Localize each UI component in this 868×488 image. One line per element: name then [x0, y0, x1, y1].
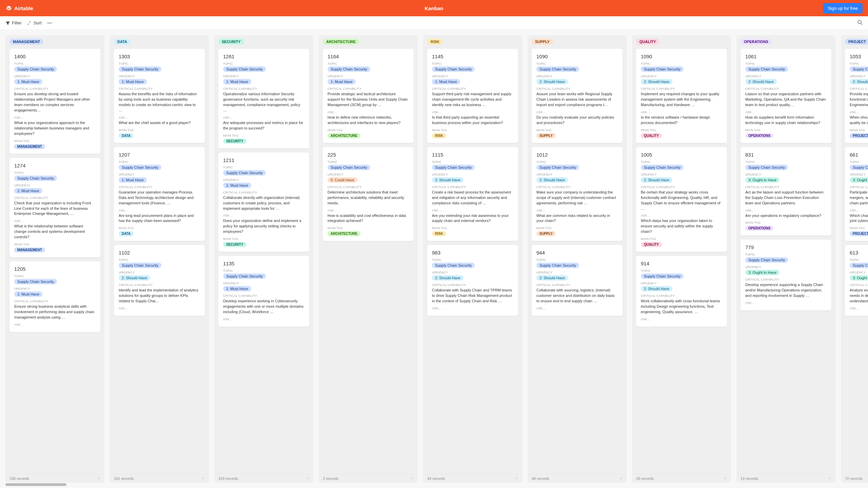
- column-body[interactable]: 1090TOPICSupply Chain SecurityURGENCY2: …: [528, 45, 627, 474]
- field-label-ask: ASK…: [432, 209, 513, 212]
- topic-pill: Supply Chain Security: [223, 66, 266, 72]
- field-label-capability: CRITICAL CAPABILITY: [850, 185, 868, 189]
- expand-icon[interactable]: ⤢: [97, 476, 100, 481]
- column-body[interactable]: 1400TOPICSupply Chain SecurityURGENCY1: …: [5, 45, 104, 474]
- logo-text: Airtable: [14, 5, 33, 11]
- ask-text: How is scalability and cost effectivenes…: [328, 213, 409, 224]
- field-label-ask: ASK…: [745, 110, 827, 114]
- field-label-topic: TOPIC: [14, 274, 96, 278]
- kanban-card[interactable]: 914TOPICSupply Chain SecurityURGENCY2: S…: [636, 256, 727, 327]
- card-title: 1400: [14, 54, 96, 59]
- column-tag: OPERATIONS: [741, 39, 772, 45]
- column-header: PROJECT: [841, 35, 868, 45]
- capability-text: Check that your organization is includin…: [14, 201, 96, 217]
- column-operations: OPERATIONS1061TOPICSupply Chain Security…: [736, 35, 835, 483]
- field-label-capability: CRITICAL CAPABILITY: [641, 185, 722, 189]
- field-label-urgency: URGENCY: [745, 173, 827, 176]
- record-count: 2 records: [323, 476, 338, 481]
- capability-text: Collaborate with Supply Chain and TPRM t…: [432, 288, 513, 304]
- card-title: 1205: [14, 266, 96, 272]
- expand-icon[interactable]: ⤢: [828, 476, 831, 481]
- card-title: 1135: [223, 261, 304, 266]
- kanban-card[interactable]: 1145TOPICSupply Chain SecurityURGENCY1: …: [427, 49, 518, 143]
- sort-button[interactable]: Sort: [27, 20, 42, 25]
- capability-text: Collaborate directly with organization (…: [223, 195, 304, 211]
- ask-text: Which steps has your organization taken …: [641, 218, 722, 235]
- urgency-pill: 1: Must Have: [119, 177, 147, 183]
- kanban-card[interactable]: 831TOPICSupply Chain SecurityURGENCY3: O…: [741, 147, 831, 236]
- kanban-card[interactable]: 1005TOPICSupply Chain SecurityURGENCY2: …: [636, 147, 727, 252]
- expand-icon[interactable]: ⤢: [724, 476, 727, 481]
- kanban-board[interactable]: MANAGEMENT1400TOPICSupply Chain Security…: [0, 30, 868, 488]
- capability-text: Provide strategic and tactical architect…: [328, 92, 409, 108]
- search-button[interactable]: [857, 20, 863, 26]
- urgency-pill: 1: Must Have: [119, 79, 147, 84]
- capability-text: Create a risk based process for the asse…: [432, 190, 513, 206]
- field-label-capability: CRITICAL CAPABILITY: [119, 87, 200, 90]
- filter-button[interactable]: Filter: [5, 20, 22, 25]
- kanban-card[interactable]: 1061TOPICSupply Chain SecurityURGENCY2: …: [741, 49, 831, 143]
- main-tag-pill: SECURITY: [223, 242, 246, 247]
- column-body[interactable]: 1090TOPICSupply Chain SecurityURGENCY2: …: [632, 45, 731, 474]
- horizontal-scrollbar-thumb[interactable]: [5, 483, 66, 486]
- more-button[interactable]: [47, 21, 52, 25]
- kanban-card[interactable]: 1274TOPICSupply Chain SecurityURGENCY1: …: [9, 158, 100, 258]
- kanban-card[interactable]: 1090TOPICSupply Chain SecurityURGENCY2: …: [532, 49, 623, 143]
- field-label-topic: TOPIC: [432, 62, 513, 65]
- kanban-card[interactable]: 1012TOPICSupply Chain SecurityURGENCY2: …: [532, 147, 623, 241]
- kanban-card[interactable]: 1115TOPICSupply Chain SecurityURGENCY2: …: [427, 147, 518, 241]
- expand-icon[interactable]: ⤢: [515, 476, 518, 481]
- ask-text: What are the chief assets of a good play…: [119, 120, 200, 126]
- urgency-pill: 1: Must Have: [14, 291, 42, 297]
- field-label-urgency: URGENCY: [850, 173, 868, 176]
- expand-icon[interactable]: ⤢: [411, 476, 414, 481]
- kanban-card[interactable]: 1053TOPICSupply Chain SecurityURGENCY2: …: [845, 49, 868, 143]
- field-label-topic: TOPIC: [14, 171, 96, 175]
- svg-point-3: [858, 20, 861, 24]
- kanban-card[interactable]: 1164TOPICSupply Chain SecurityURGENCY1: …: [323, 49, 414, 143]
- urgency-pill: 2: Should Have: [536, 79, 568, 84]
- expand-icon[interactable]: ⤢: [619, 476, 623, 481]
- field-label-maintag: MAIN TAG: [14, 243, 96, 246]
- kanban-card[interactable]: 1102TOPICSupply Chain SecurityURGENCY2: …: [114, 245, 205, 316]
- kanban-card[interactable]: 661TOPICSupply Chain SecurityURGENCY3: O…: [845, 147, 868, 241]
- column-architecture: ARCHITECTURE1164TOPICSupply Chain Securi…: [319, 35, 418, 483]
- kanban-card[interactable]: 1400TOPICSupply Chain SecurityURGENCY1: …: [9, 49, 100, 154]
- column-body[interactable]: 1061TOPICSupply Chain SecurityURGENCY2: …: [736, 45, 835, 474]
- kanban-card[interactable]: 1303TOPICSupply Chain SecurityURGENCY1: …: [114, 49, 205, 143]
- field-label-topic: TOPIC: [745, 253, 827, 256]
- kanban-card[interactable]: 1261TOPICSupply Chain SecurityURGENCY1: …: [218, 49, 309, 148]
- kanban-card[interactable]: 1090TOPICSupply Chain SecurityURGENCY2: …: [636, 49, 727, 143]
- kanban-card[interactable]: 1135TOPICSupply Chain SecurityURGENCY1: …: [218, 256, 309, 327]
- kanban-card[interactable]: 1211TOPICSupply Chain SecurityURGENCY1: …: [218, 152, 309, 252]
- kanban-card[interactable]: 613TOPICSupply Chain SecurityURGENCY3: O…: [845, 245, 868, 316]
- column-body[interactable]: 1164TOPICSupply Chain SecurityURGENCY1: …: [319, 45, 418, 474]
- airtable-logo[interactable]: Airtable: [5, 5, 33, 12]
- field-label-ask: ASK…: [745, 209, 827, 212]
- signup-button[interactable]: Sign up for free: [823, 3, 863, 14]
- kanban-card[interactable]: 983TOPICSupply Chain SecurityURGENCY2: S…: [427, 245, 518, 316]
- capability-text: Operationalize various Information Secur…: [223, 92, 304, 113]
- field-label-capability: CRITICAL CAPABILITY: [14, 300, 96, 303]
- svg-point-2: [51, 22, 52, 23]
- column-body[interactable]: 1261TOPICSupply Chain SecurityURGENCY1: …: [214, 45, 313, 474]
- field-label-urgency: URGENCY: [328, 75, 409, 78]
- kanban-card[interactable]: 779TOPICSupply Chain SecurityURGENCY3: O…: [741, 240, 831, 310]
- capability-text: Assure your team works with Regional Sup…: [536, 92, 618, 108]
- field-label-capability: CRITICAL CAPABILITY: [432, 283, 513, 287]
- kanban-card[interactable]: 1207TOPICSupply Chain SecurityURGENCY1: …: [114, 147, 205, 241]
- expand-icon[interactable]: ⤢: [306, 476, 309, 481]
- capability-text: Collaborate with sourcing, logistics, (i…: [536, 288, 618, 304]
- column-body[interactable]: 1303TOPICSupply Chain SecurityURGENCY1: …: [110, 45, 209, 474]
- column-body[interactable]: 1053TOPICSupply Chain SecurityURGENCY2: …: [841, 45, 868, 474]
- card-title: 1090: [641, 54, 722, 59]
- kanban-card[interactable]: 944TOPICSupply Chain SecurityURGENCY2: S…: [532, 245, 623, 316]
- kanban-card[interactable]: 1205TOPICSupply Chain SecurityURGENCY1: …: [9, 261, 100, 332]
- field-label-topic: TOPIC: [536, 160, 618, 164]
- expand-icon[interactable]: ⤢: [202, 476, 205, 481]
- field-label-topic: TOPIC: [641, 62, 722, 65]
- record-count: 13 records: [741, 476, 758, 481]
- column-body[interactable]: 1145TOPICSupply Chain SecurityURGENCY1: …: [423, 45, 522, 474]
- topic-pill: Supply Chain Security: [536, 165, 579, 170]
- kanban-card[interactable]: 225TOPICSupply Chain SecurityURGENCY5: C…: [323, 147, 414, 241]
